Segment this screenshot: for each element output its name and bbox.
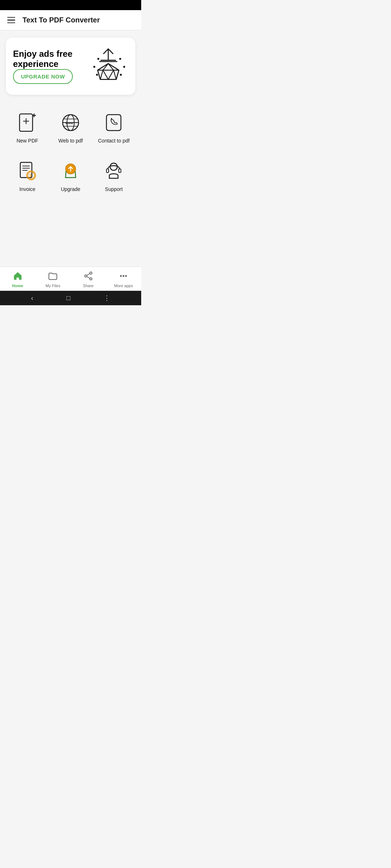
svg-point-43	[90, 278, 92, 280]
svg-point-3	[123, 66, 125, 68]
grid-item-invoice[interactable]: $ Invoice	[6, 154, 49, 199]
svg-text:www: www	[65, 121, 73, 125]
header: Text To PDF Converter	[0, 10, 141, 30]
system-nav-bar: ‹ □ ⋮	[0, 291, 141, 305]
nav-my-files-label: My Files	[46, 284, 60, 288]
svg-rect-39	[106, 169, 109, 173]
svg-point-47	[123, 275, 125, 277]
svg-line-13	[100, 70, 103, 80]
web-icon: www	[60, 112, 81, 133]
svg-point-42	[85, 275, 87, 277]
support-icon	[103, 161, 124, 182]
grid-item-contact-to-pdf[interactable]: Contact to pdf	[92, 106, 135, 150]
invoice-label: Invoice	[19, 186, 35, 192]
features-grid: New PDF www Web to pdf	[6, 106, 135, 199]
grid-item-upgrade[interactable]: Upgrade	[49, 154, 92, 199]
new-pdf-icon	[17, 112, 38, 133]
nav-home[interactable]: Home	[0, 270, 35, 289]
grid-item-new-pdf[interactable]: New PDF	[6, 106, 49, 150]
nav-more-apps-label: More apps	[114, 284, 133, 288]
svg-line-44	[87, 274, 90, 276]
upgrade-now-button[interactable]: UPGRADE NOW	[13, 69, 73, 84]
svg-point-4	[96, 74, 98, 76]
folder-icon	[48, 271, 58, 282]
promo-card: Enjoy ads free experience UPGRADE NOW	[6, 38, 135, 95]
svg-point-41	[90, 272, 92, 274]
svg-point-5	[120, 74, 122, 76]
more-apps-icon	[119, 271, 128, 282]
invoice-icon: $	[17, 161, 38, 182]
diamond-icon	[88, 46, 128, 86]
svg-rect-28	[106, 115, 121, 131]
svg-point-0	[97, 58, 100, 60]
contact-to-pdf-label: Contact to pdf	[98, 137, 130, 144]
main-content: Enjoy ads free experience UPGRADE NOW	[0, 30, 141, 267]
support-label: Support	[105, 186, 123, 192]
svg-text:$: $	[30, 174, 32, 178]
promo-text: Enjoy ads free experience UPGRADE NOW	[13, 49, 88, 84]
bottom-nav: Home My Files Share	[0, 267, 141, 291]
svg-point-46	[120, 275, 122, 277]
grid-item-web-to-pdf[interactable]: www Web to pdf	[49, 106, 92, 150]
promo-headline: Enjoy ads free experience	[13, 49, 88, 69]
nav-home-label: Home	[12, 284, 23, 288]
share-icon	[84, 271, 93, 282]
home-button[interactable]: □	[67, 294, 71, 302]
menu-button[interactable]	[7, 17, 15, 24]
nav-my-files[interactable]: My Files	[35, 270, 71, 289]
web-to-pdf-label: Web to pdf	[58, 137, 83, 144]
svg-point-38	[110, 163, 117, 170]
recents-button[interactable]: ⋮	[104, 294, 110, 302]
back-button[interactable]: ‹	[31, 294, 33, 302]
grid-item-support[interactable]: Support	[92, 154, 135, 199]
svg-point-48	[125, 275, 127, 277]
svg-line-16	[108, 70, 114, 80]
svg-point-2	[93, 66, 96, 68]
upgrade-label: Upgrade	[61, 186, 80, 192]
svg-line-45	[87, 277, 90, 278]
new-pdf-label: New PDF	[17, 137, 38, 144]
nav-share[interactable]: Share	[71, 270, 106, 289]
nav-share-label: Share	[83, 284, 93, 288]
home-icon	[13, 271, 22, 282]
svg-point-1	[119, 58, 121, 60]
svg-line-15	[103, 70, 108, 80]
app-title: Text To PDF Converter	[22, 16, 100, 24]
upgrade-icon	[60, 161, 81, 182]
nav-more-apps[interactable]: More apps	[106, 270, 142, 289]
status-bar	[0, 0, 141, 10]
contact-icon	[103, 112, 124, 133]
svg-line-14	[114, 70, 116, 80]
svg-rect-40	[119, 169, 121, 173]
